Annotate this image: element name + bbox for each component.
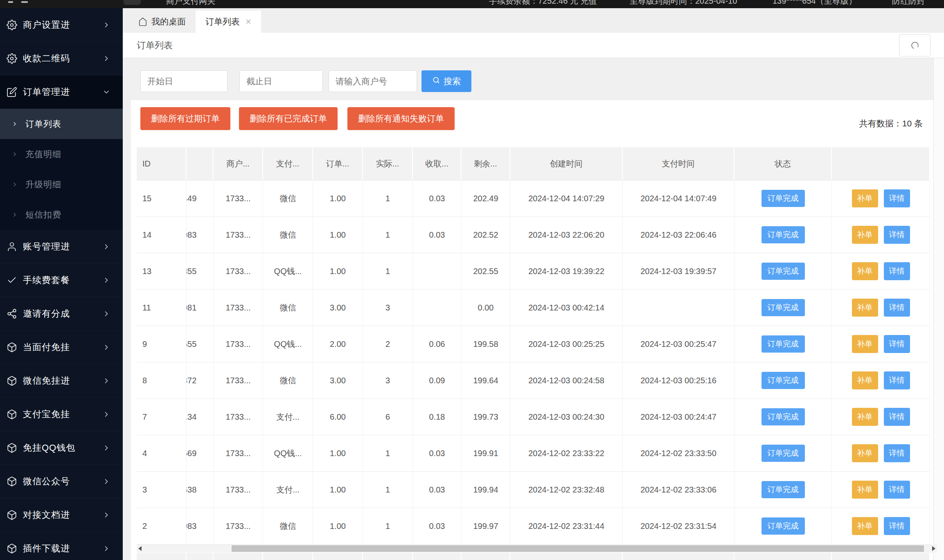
cell-status: 订单完成: [734, 362, 832, 399]
patch-order-button[interactable]: 补单: [852, 481, 878, 499]
cell-ref-truncated: 983: [187, 508, 214, 544]
cell-actual: 3: [363, 362, 413, 399]
cell-ref-truncated: 569: [187, 435, 214, 472]
end-date-input[interactable]: [239, 70, 323, 92]
sidebar-item-微信公众号[interactable]: 微信公众号: [0, 465, 123, 498]
gear-icon: [7, 20, 17, 30]
patch-order-button[interactable]: 补单: [852, 444, 878, 462]
detail-button[interactable]: 详情: [884, 335, 910, 353]
sidebar-toggle-button[interactable]: [124, 0, 141, 5]
sidebar-item-对接文档进[interactable]: 对接文档进: [0, 498, 123, 532]
patch-order-button[interactable]: 补单: [852, 335, 878, 353]
cell-amount: 1.00: [313, 253, 363, 290]
sidebar-item-账号管理进[interactable]: 账号管理进: [0, 230, 123, 263]
sidebar-item-插件下载进[interactable]: 插件下载进: [0, 532, 123, 560]
sidebar-item-商户设置进[interactable]: 商户设置进: [0, 8, 123, 42]
sidebar-item-手续费套餐[interactable]: 手续费套餐: [0, 263, 123, 297]
cell-created: 2024-12-03 00:42:14: [510, 290, 623, 326]
cell-actions: 补单详情: [832, 180, 930, 217]
cell-id: 13: [137, 253, 187, 290]
column-header: [187, 147, 214, 180]
sidebar-item-充值明细[interactable]: 充值明细: [0, 139, 123, 169]
footer-header-cell: [413, 553, 462, 560]
cell-fee: 0.18: [413, 399, 462, 435]
scroll-right-arrow-icon[interactable]: [932, 546, 935, 551]
box-icon: [7, 510, 17, 520]
sidebar-item-订单管理进[interactable]: 订单管理进: [0, 75, 123, 109]
patch-order-button[interactable]: 补单: [852, 262, 878, 280]
table-header-row: ID商户...支付...订单...实际...收取...剩余...创建时间支付时间…: [137, 147, 930, 180]
start-date-input[interactable]: [140, 70, 228, 92]
merchant-id-input[interactable]: [329, 70, 417, 92]
close-icon[interactable]: ×: [246, 17, 251, 27]
column-header: 商户...: [214, 147, 263, 180]
cell-actions: 补单详情: [832, 217, 930, 253]
cell-remain: 202.52: [462, 217, 510, 253]
sidebar-item-升级明细[interactable]: 升级明细: [0, 169, 123, 200]
cell-paid: 2024-12-02 23:33:06: [623, 472, 734, 508]
sidebar-item-当面付免挂[interactable]: 当面付免挂: [0, 331, 123, 364]
detail-button[interactable]: 详情: [884, 371, 910, 389]
patch-order-button[interactable]: 补单: [852, 408, 878, 426]
footer-header-cell: [623, 553, 734, 560]
sidebar-item-支付宝免挂[interactable]: 支付宝免挂: [0, 398, 123, 431]
patch-order-button[interactable]: 补单: [852, 371, 878, 389]
cell-channel: QQ钱...: [263, 435, 313, 472]
patch-order-button[interactable]: 补单: [852, 517, 878, 535]
sidebar-item-label: 免挂QQ钱包: [23, 442, 102, 454]
detail-button[interactable]: 详情: [884, 226, 910, 244]
angle-right-icon: [11, 181, 18, 188]
scroll-left-arrow-icon[interactable]: [138, 546, 142, 551]
sidebar-item-label: 当面付免挂: [23, 341, 102, 353]
cell-actual: 1: [363, 472, 413, 508]
tab-desktop[interactable]: 我的桌面: [128, 11, 196, 33]
sidebar-item-订单列表[interactable]: 订单列表: [0, 109, 123, 139]
horizontal-scrollbar-thumb[interactable]: [232, 545, 924, 552]
topbar-account[interactable]: 139*****654（至尊版）: [773, 0, 857, 8]
cell-channel: 支付...: [263, 399, 313, 435]
detail-button[interactable]: 详情: [884, 481, 910, 499]
topbar-balance[interactable]: 手续费余额：7252.46 元 充值: [489, 0, 597, 8]
chevron-right-icon: [102, 243, 110, 251]
cell-status: 订单完成: [734, 326, 832, 362]
horizontal-scrollbar[interactable]: [137, 544, 937, 553]
detail-button[interactable]: 详情: [884, 444, 910, 462]
cell-channel: 微信: [263, 508, 313, 544]
cell-actions: 补单详情: [832, 472, 930, 508]
table-row: 95551733...QQ钱...2.0020.06199.582024-12-…: [137, 326, 930, 362]
cell-amount: 6.00: [313, 399, 363, 435]
search-button[interactable]: 搜索: [421, 70, 471, 92]
detail-button[interactable]: 详情: [884, 408, 910, 426]
tab-order-list[interactable]: 订单列表 ×: [196, 11, 261, 33]
delete-failed-notify-orders-button[interactable]: 删除所有通知失败订单: [347, 107, 455, 130]
sidebar-item-短信扣费[interactable]: 短信扣费: [0, 200, 123, 230]
sidebar-item-邀请有分成[interactable]: 邀请有分成: [0, 297, 123, 331]
patch-order-button[interactable]: 补单: [852, 226, 878, 244]
status-badge: 订单完成: [762, 190, 805, 207]
column-header: 订单...: [313, 147, 363, 180]
detail-button[interactable]: 详情: [884, 262, 910, 280]
cell-paid: 2024-12-02 23:33:50: [623, 435, 734, 472]
cell-paid: 2024-12-04 14:07:49: [623, 180, 734, 217]
delete-expired-orders-button[interactable]: 删除所有过期订单: [140, 107, 230, 130]
cell-actions: 补单详情: [832, 362, 930, 399]
cell-id: 15: [137, 180, 187, 217]
sidebar-item-收款二维码[interactable]: 收款二维码: [0, 42, 123, 75]
patch-order-button[interactable]: 补单: [852, 189, 878, 207]
chevron-right-icon: [102, 544, 110, 553]
cell-created: 2024-12-03 19:39:22: [510, 253, 623, 290]
detail-button[interactable]: 详情: [884, 517, 910, 535]
detail-button[interactable]: 详情: [884, 189, 910, 207]
sidebar-item-微信免挂进[interactable]: 微信免挂进: [0, 364, 123, 398]
sidebar-item-label: 邀请有分成: [23, 308, 102, 320]
sidebar-item-免挂QQ钱包[interactable]: 免挂QQ钱包: [0, 431, 123, 465]
delete-completed-orders-button[interactable]: 删除所有已完成订单: [239, 107, 338, 130]
patch-order-button[interactable]: 补单: [852, 299, 878, 317]
clipped-footer-header-strip: [137, 553, 930, 560]
cell-ref-truncated: 983: [187, 217, 214, 253]
vertical-scrollbar[interactable]: [933, 33, 944, 560]
topbar-right-link[interactable]: 防红防封: [892, 0, 925, 8]
cell-fee: 0.09: [413, 362, 462, 399]
detail-button[interactable]: 详情: [884, 299, 910, 317]
refresh-button[interactable]: [899, 34, 930, 56]
